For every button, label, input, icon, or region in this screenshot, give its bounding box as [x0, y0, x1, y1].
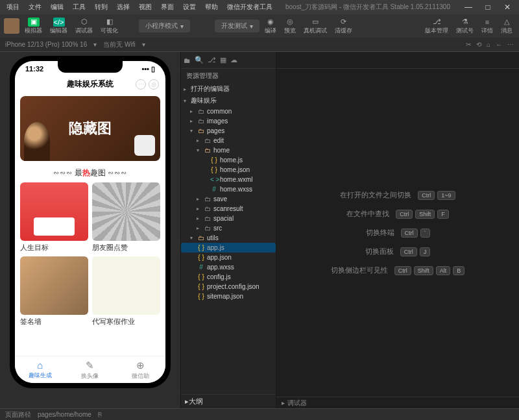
editor-tabs: [276, 52, 519, 69]
compile-button[interactable]: ◉编译: [262, 16, 279, 36]
simulator-button[interactable]: ▣模拟器: [22, 16, 45, 36]
tree-app.wxss[interactable]: #app.wxss: [181, 262, 276, 272]
version-button[interactable]: ⎇版本管理: [422, 16, 451, 36]
mode-select[interactable]: 小程序模式 ▾: [139, 19, 190, 32]
tree-scanresult[interactable]: ▸🗀scanresult: [181, 204, 276, 214]
file-icon: 🗀: [204, 195, 211, 203]
search-tab-icon[interactable]: 🔍: [195, 56, 204, 64]
preview-button[interactable]: ◎预览: [282, 16, 298, 36]
file-name: spacial: [213, 215, 234, 222]
capsule-menu-icon[interactable]: ⋯: [136, 79, 146, 90]
capsule-close-icon[interactable]: ◎: [149, 79, 159, 90]
env-select[interactable]: 开发测试 ▾: [215, 19, 260, 32]
close-button[interactable]: ✕: [498, 3, 516, 12]
shortcut-label: 在文件中查找: [346, 209, 389, 219]
tree-save[interactable]: ▸🗀save: [181, 194, 276, 204]
file-name: home.wxss: [220, 186, 252, 193]
card-2[interactable]: 签名墙: [20, 256, 88, 327]
tree-images[interactable]: ▸🗀images: [181, 116, 276, 126]
tree-src[interactable]: ▸🗀src: [181, 223, 276, 233]
back-icon[interactable]: ←: [496, 41, 502, 48]
tree-edit[interactable]: ▸🗀edit: [181, 136, 276, 145]
tree-pages[interactable]: ▾🗀pages: [181, 126, 276, 136]
tree-spacial[interactable]: ▸🗀spacial: [181, 214, 276, 223]
tab-label: 趣味生成: [29, 371, 52, 380]
tree-app.json[interactable]: { }app.json: [181, 253, 276, 262]
visual-button[interactable]: ◧可视化: [98, 16, 121, 36]
menu-帮助[interactable]: 帮助: [201, 1, 222, 13]
tree-project.config.json[interactable]: { }project.config.json: [181, 282, 276, 291]
file-name: app.json: [207, 254, 232, 261]
files-tab-icon[interactable]: 🖿: [184, 56, 191, 64]
tree-home.wxml[interactable]: < >home.wxml: [181, 175, 276, 184]
realdevice-button[interactable]: ▭真机调试: [301, 16, 330, 36]
file-name: utils: [207, 234, 219, 241]
debugger-button[interactable]: ⬡调试器: [73, 16, 95, 36]
outline-section[interactable]: ▸大纲: [181, 394, 276, 408]
banner-character: [24, 122, 50, 161]
tab-label: 换头像: [81, 372, 99, 380]
menu-编辑[interactable]: 编辑: [47, 1, 67, 13]
open-editors-section[interactable]: ▸打开的编辑器: [181, 83, 276, 95]
tab-2[interactable]: ⊕微信助: [115, 356, 165, 383]
phone-screen[interactable]: 11:32 ••• ▯ 趣味娱乐系统 ⋯ ◎ 隐藏图 ∽∽∽ 最热趣图 ∽∽: [15, 61, 165, 383]
screenshot-icon[interactable]: ✂: [466, 41, 471, 48]
detail-button[interactable]: ≡详情: [479, 16, 496, 36]
home-icon[interactable]: ⌂: [487, 41, 490, 48]
menu-设置[interactable]: 设置: [179, 1, 200, 13]
banner[interactable]: 隐藏图: [20, 96, 160, 161]
cloud-tab-icon[interactable]: ☁: [230, 56, 237, 64]
maximize-button[interactable]: □: [479, 3, 497, 12]
device-name[interactable]: iPhone 12/13 (Pro) 100% 16: [5, 41, 87, 48]
menu-视图[interactable]: 视图: [135, 1, 156, 13]
app-header: 趣味娱乐系统 ⋯ ◎: [15, 75, 165, 93]
file-icon: 🗀: [197, 108, 205, 115]
tab-label: 微信助: [132, 372, 149, 380]
tree-utils[interactable]: ▾🗀utils: [181, 233, 276, 243]
menu-界面[interactable]: 界面: [157, 1, 178, 13]
file-icon: #: [210, 186, 218, 193]
tree-home.js[interactable]: { }home.js: [181, 155, 276, 165]
card-1[interactable]: 朋友圈点赞: [92, 182, 160, 253]
card-3[interactable]: 代写寒假作业: [92, 256, 160, 327]
branch-tab-icon[interactable]: ⎇: [208, 56, 216, 64]
avatar[interactable]: [4, 18, 19, 34]
editor-button[interactable]: </>编辑器: [47, 16, 70, 36]
menu-选择[interactable]: 选择: [113, 1, 134, 13]
menu-转到[interactable]: 转到: [91, 1, 112, 13]
project-root[interactable]: ▾趣味娱乐: [181, 95, 276, 106]
rotate-icon[interactable]: ⟲: [476, 41, 481, 48]
copy-icon[interactable]: ⎘: [98, 411, 102, 418]
console-bar[interactable]: ▸ 调试器: [276, 397, 519, 408]
menu-工具[interactable]: 工具: [69, 1, 90, 13]
tree-config.js[interactable]: { }config.js: [181, 272, 276, 282]
menu-文件[interactable]: 文件: [25, 1, 45, 13]
file-icon: 🗀: [197, 127, 205, 134]
tree-home[interactable]: ▾🗀home: [181, 145, 276, 155]
card-0[interactable]: 人生目标: [20, 182, 88, 253]
ext-tab-icon[interactable]: ▦: [220, 56, 226, 64]
shortcut-row: 切换侧边栏可见性CtrlShiftAltB: [331, 266, 465, 275]
tree-home.json[interactable]: { }home.json: [181, 165, 276, 175]
file-name: home.wxml: [220, 176, 253, 183]
test-button[interactable]: ⚗测试号: [453, 16, 476, 36]
tree-app.js[interactable]: { }app.js: [181, 243, 276, 253]
tree-common[interactable]: ▸🗀common: [181, 106, 276, 116]
file-name: app.js: [207, 244, 224, 251]
menu-微信开发者工具[interactable]: 微信开发者工具: [223, 1, 276, 13]
key: Shift: [415, 210, 435, 219]
clearcache-button[interactable]: ⟳清缓存: [332, 16, 355, 36]
tree-home.wxss[interactable]: #home.wxss: [181, 184, 276, 194]
tab-0[interactable]: ⌂趣味生成: [15, 356, 65, 383]
tree-sitemap.json[interactable]: { }sitemap.json: [181, 291, 276, 301]
key: Ctrl: [400, 247, 417, 256]
page-path[interactable]: pages/home/home: [38, 411, 91, 418]
message-button[interactable]: △消息: [498, 16, 515, 36]
tab-1[interactable]: ✎换头像: [65, 356, 115, 383]
more-icon[interactable]: ⋯: [507, 41, 514, 48]
minimize-button[interactable]: —: [459, 3, 477, 12]
card-label: 代写寒假作业: [92, 317, 160, 327]
window-title: boost_刀客源码网 - 微信开发者工具 Stable 1.05.211130…: [276, 3, 459, 12]
menu-项目[interactable]: 项目: [3, 1, 23, 13]
file-icon: 🗀: [204, 137, 211, 144]
